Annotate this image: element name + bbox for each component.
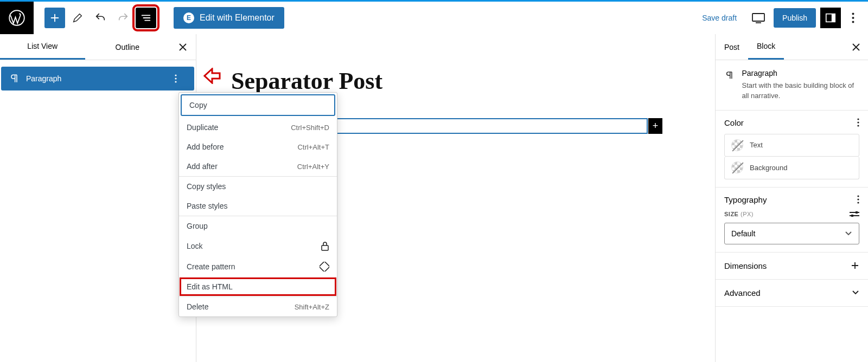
settings-sidebar: Post Block Paragraph Start with the basi… — [715, 34, 868, 362]
editor-toolbar: E Edit with Elementor Save draft Publish — [0, 2, 868, 34]
options-button[interactable] — [845, 8, 860, 28]
close-settings-button[interactable] — [844, 43, 868, 51]
advanced-accordion[interactable]: Advanced — [716, 280, 868, 307]
tab-list-view[interactable]: List View — [0, 34, 85, 60]
publish-button[interactable]: Publish — [774, 8, 816, 28]
document-overview-button[interactable] — [136, 8, 156, 28]
kebab-icon — [852, 12, 854, 23]
svg-rect-3 — [832, 14, 835, 22]
typography-header: Typography — [724, 195, 767, 204]
kebab-icon — [857, 118, 859, 127]
settings-sidebar-toggle[interactable] — [820, 8, 841, 28]
svg-point-5 — [852, 17, 854, 19]
close-overview-button[interactable] — [170, 34, 196, 60]
typography-settings: Typography SIZE (PX) Default — [716, 188, 868, 253]
menu-paste-styles[interactable]: Paste styles — [179, 196, 337, 216]
svg-rect-19 — [851, 215, 853, 217]
wordpress-logo[interactable] — [0, 2, 34, 34]
menu-create-pattern[interactable]: Create pattern — [179, 256, 337, 277]
svg-point-15 — [857, 196, 859, 197]
svg-point-12 — [857, 119, 859, 120]
list-icon — [140, 12, 152, 24]
menu-lock[interactable]: Lock — [179, 236, 337, 256]
save-draft-button[interactable]: Save draft — [695, 9, 743, 27]
tab-block[interactable]: Block — [748, 34, 784, 60]
arrow-left-icon — [203, 68, 222, 84]
callout-arrow — [203, 68, 222, 84]
menu-delete[interactable]: DeleteShift+Alt+Z — [179, 297, 337, 316]
edit-with-elementor-button[interactable]: E Edit with Elementor — [174, 7, 284, 29]
add-block-button[interactable] — [44, 8, 65, 28]
menu-copy-styles[interactable]: Copy styles — [179, 177, 337, 196]
text-color-button[interactable]: Text — [724, 134, 859, 157]
paragraph-icon — [724, 69, 734, 82]
pattern-icon — [320, 262, 329, 272]
toolbar-right-group: Save draft Publish — [695, 8, 860, 28]
svg-point-4 — [852, 13, 854, 15]
elementor-label: Edit with Elementor — [200, 13, 275, 23]
plus-icon — [851, 261, 859, 270]
redo-icon — [117, 12, 129, 24]
undo-icon — [94, 12, 106, 24]
menu-copy[interactable]: Copy — [181, 94, 335, 116]
typography-options-button[interactable] — [857, 195, 859, 204]
block-description: Start with the basic building block of a… — [742, 81, 859, 101]
block-context-menu: Copy DuplicateCtrl+Shift+D Add beforeCtr… — [178, 92, 337, 317]
tools-button[interactable] — [67, 8, 88, 28]
svg-point-7 — [175, 74, 176, 76]
svg-point-6 — [852, 21, 854, 23]
chevron-down-icon — [852, 290, 859, 295]
menu-duplicate[interactable]: DuplicateCtrl+Shift+D — [179, 118, 337, 137]
list-item-paragraph[interactable]: Paragraph — [1, 67, 194, 90]
settings-tabs: Post Block — [716, 34, 868, 60]
block-appender-button[interactable]: + — [648, 118, 662, 134]
menu-add-before[interactable]: Add beforeCtrl+Alt+T — [179, 137, 337, 157]
overview-tabs: List View Outline — [0, 34, 196, 60]
svg-rect-11 — [320, 262, 329, 272]
list-item-options[interactable] — [175, 74, 187, 83]
menu-group[interactable]: Group — [179, 216, 337, 236]
swatch-icon — [731, 139, 743, 151]
toolbar-left-group: E Edit with Elementor — [44, 7, 284, 29]
desktop-icon — [751, 12, 765, 24]
redo-button[interactable] — [113, 8, 133, 28]
svg-point-17 — [857, 202, 859, 204]
swatch-icon — [731, 161, 743, 173]
close-icon — [178, 43, 187, 51]
document-overview-panel: List View Outline Paragraph — [0, 34, 196, 362]
post-title[interactable]: Separator Post — [231, 67, 382, 95]
background-color-button[interactable]: Background — [724, 157, 859, 179]
lock-icon — [321, 241, 329, 251]
svg-rect-1 — [752, 14, 764, 21]
kebab-icon — [175, 74, 177, 83]
sidebar-icon — [825, 12, 837, 24]
block-name: Paragraph — [742, 69, 859, 77]
block-identity: Paragraph Start with the basic building … — [716, 60, 868, 111]
size-settings-button[interactable] — [850, 211, 859, 217]
menu-add-after[interactable]: Add afterCtrl+Alt+Y — [179, 157, 337, 176]
svg-point-8 — [175, 77, 176, 79]
svg-rect-18 — [856, 211, 858, 214]
tab-post[interactable]: Post — [716, 34, 748, 60]
close-icon — [852, 43, 860, 51]
tab-outline[interactable]: Outline — [85, 34, 170, 60]
preview-button[interactable] — [748, 8, 769, 28]
kebab-icon — [857, 195, 859, 204]
list-item-label: Paragraph — [26, 74, 175, 83]
plus-icon — [49, 12, 61, 24]
sliders-icon — [850, 211, 859, 217]
svg-point-16 — [857, 199, 859, 201]
dimensions-accordion[interactable]: Dimensions — [716, 253, 868, 280]
pencil-icon — [72, 12, 84, 24]
svg-point-14 — [857, 125, 859, 127]
chevron-down-icon — [845, 231, 852, 236]
elementor-icon: E — [183, 12, 194, 23]
undo-button[interactable] — [90, 8, 111, 28]
paragraph-icon — [9, 73, 20, 84]
color-options-button[interactable] — [857, 118, 859, 127]
font-size-select[interactable]: Default — [724, 223, 859, 244]
color-header: Color — [724, 118, 744, 127]
wordpress-icon — [9, 10, 25, 26]
menu-edit-as-html[interactable]: Edit as HTML — [179, 277, 337, 296]
color-settings: Color Text Background — [716, 111, 868, 188]
